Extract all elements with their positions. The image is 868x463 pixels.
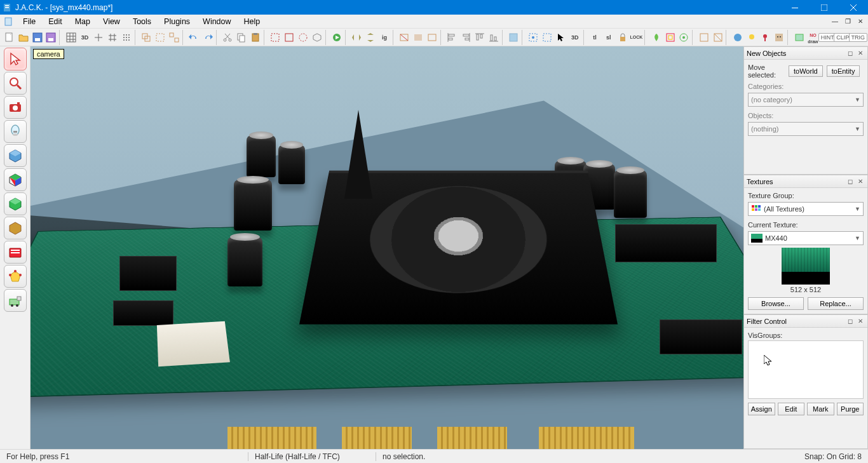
compile-helper-button[interactable]: [677, 30, 691, 45]
edit-button[interactable]: Edit: [778, 403, 805, 415]
light-button[interactable]: [745, 30, 759, 45]
categories-combo[interactable]: (no category) ▼: [748, 93, 864, 107]
mark-button[interactable]: Mark: [807, 403, 834, 415]
prefab-button[interactable]: [310, 30, 324, 45]
grid-dots-button[interactable]: [119, 30, 133, 45]
undo-button[interactable]: [187, 30, 201, 45]
window-minimize-button[interactable]: [780, 0, 810, 15]
mdi-restore-icon[interactable]: ❐: [843, 17, 853, 27]
menu-file[interactable]: File: [17, 16, 42, 27]
camera-tool[interactable]: [4, 96, 27, 119]
redo-button[interactable]: [201, 30, 215, 45]
to-entity-button[interactable]: toEntity: [827, 65, 860, 77]
texture-lock-button[interactable]: [616, 30, 630, 45]
new-file-button[interactable]: [3, 30, 17, 45]
cut-button[interactable]: [220, 30, 234, 45]
align-right-button[interactable]: [459, 30, 473, 45]
pin-icon[interactable]: ◻: [846, 49, 855, 58]
magnify-tool[interactable]: [4, 72, 27, 95]
model-button[interactable]: [731, 30, 745, 45]
menu-edit[interactable]: Edit: [42, 16, 69, 27]
current-texture-combo[interactable]: MX440 ▼: [748, 231, 864, 245]
grid-button[interactable]: [64, 30, 78, 45]
objects-combo[interactable]: (nothing) ▼: [748, 122, 864, 136]
mdi-minimize-icon[interactable]: —: [830, 17, 840, 27]
window-maximize-button[interactable]: [810, 0, 839, 15]
save-button[interactable]: [31, 30, 44, 45]
menu-plugins[interactable]: Plugins: [158, 16, 196, 27]
align-left-button[interactable]: [445, 30, 459, 45]
carve-button[interactable]: [139, 30, 153, 45]
align-bottom-button[interactable]: [487, 30, 501, 45]
panel-close-icon[interactable]: ✕: [856, 317, 865, 326]
clip-button[interactable]: CLIP: [835, 30, 850, 45]
hint-button[interactable]: HINT: [820, 30, 835, 45]
hide-sel-button[interactable]: [397, 30, 411, 45]
window-close-button[interactable]: [839, 0, 868, 15]
mdi-close-icon[interactable]: ✕: [855, 17, 865, 27]
grid-smaller-button[interactable]: [92, 30, 105, 45]
texture-tool[interactable]: [4, 168, 27, 191]
3d-snap-button[interactable]: 3D: [568, 30, 582, 45]
pin-icon[interactable]: ◻: [846, 177, 855, 186]
sound-button[interactable]: [759, 30, 773, 45]
visgroups-list[interactable]: [748, 340, 864, 399]
flip-h-button[interactable]: [349, 30, 363, 45]
block-tool[interactable]: [4, 144, 27, 167]
apply-texture-tool[interactable]: [4, 192, 27, 215]
menu-help[interactable]: Help: [238, 16, 267, 27]
3d-grid-button[interactable]: 3D: [78, 30, 92, 45]
browse-button[interactable]: Browse...: [748, 297, 804, 310]
hide-unsel-button[interactable]: [411, 30, 425, 45]
vertex-tool[interactable]: [4, 265, 27, 288]
copy-button[interactable]: [234, 30, 248, 45]
cordon-button[interactable]: [268, 30, 282, 45]
texture-preview[interactable]: [782, 248, 830, 285]
assign-button[interactable]: Assign: [748, 403, 775, 415]
menu-tools[interactable]: Tools: [126, 16, 158, 27]
selection-tool[interactable]: [4, 48, 27, 70]
export-button[interactable]: [44, 30, 58, 45]
panel-close-icon[interactable]: ✕: [856, 177, 865, 186]
sl-button[interactable]: sl: [602, 30, 616, 45]
helper-a-button[interactable]: [697, 30, 711, 45]
snap-vertex-button[interactable]: [526, 30, 540, 45]
menu-window[interactable]: Window: [196, 16, 237, 27]
flip-v-button[interactable]: [363, 30, 377, 45]
replace-button[interactable]: Replace...: [808, 297, 864, 310]
open-file-button[interactable]: [17, 30, 31, 45]
selection-box-button[interactable]: [506, 30, 520, 45]
mdi-document-icon[interactable]: [2, 15, 15, 28]
pin-icon[interactable]: ◻: [846, 317, 855, 326]
run-button[interactable]: [330, 30, 344, 45]
ig-button[interactable]: ig: [377, 30, 391, 45]
helper-b-button[interactable]: [711, 30, 725, 45]
radius-button[interactable]: [296, 30, 310, 45]
ungroup-button[interactable]: [167, 30, 181, 45]
lock-label-button[interactable]: LOCK: [630, 30, 644, 45]
align-top-button[interactable]: [473, 30, 487, 45]
face-button[interactable]: [772, 30, 786, 45]
texture-group-combo[interactable]: (All Textures) ▼: [748, 202, 864, 216]
menu-view[interactable]: View: [97, 16, 126, 27]
decal-tool[interactable]: [4, 217, 27, 239]
entity-tool[interactable]: [4, 120, 27, 143]
panel-close-icon[interactable]: ✕: [856, 49, 865, 58]
paste-button[interactable]: [248, 30, 262, 45]
leaf-button[interactable]: [649, 30, 663, 45]
tl-button[interactable]: tl: [588, 30, 602, 45]
show-all-button[interactable]: [425, 30, 439, 45]
grid-larger-button[interactable]: [105, 30, 119, 45]
menu-map[interactable]: Map: [69, 16, 97, 27]
to-world-button[interactable]: toWorld: [789, 65, 823, 77]
pointer-mode-button[interactable]: [554, 30, 568, 45]
3d-viewport[interactable]: [31, 46, 743, 449]
trig-button[interactable]: TRIG: [850, 30, 865, 45]
cordon-edit-button[interactable]: [282, 30, 296, 45]
group-button[interactable]: [153, 30, 167, 45]
path-tool[interactable]: [4, 289, 27, 312]
purge-button[interactable]: Purge: [837, 403, 864, 415]
frame-a-button[interactable]: [792, 30, 806, 45]
snap-edge-button[interactable]: [540, 30, 554, 45]
portal-button[interactable]: [663, 30, 677, 45]
